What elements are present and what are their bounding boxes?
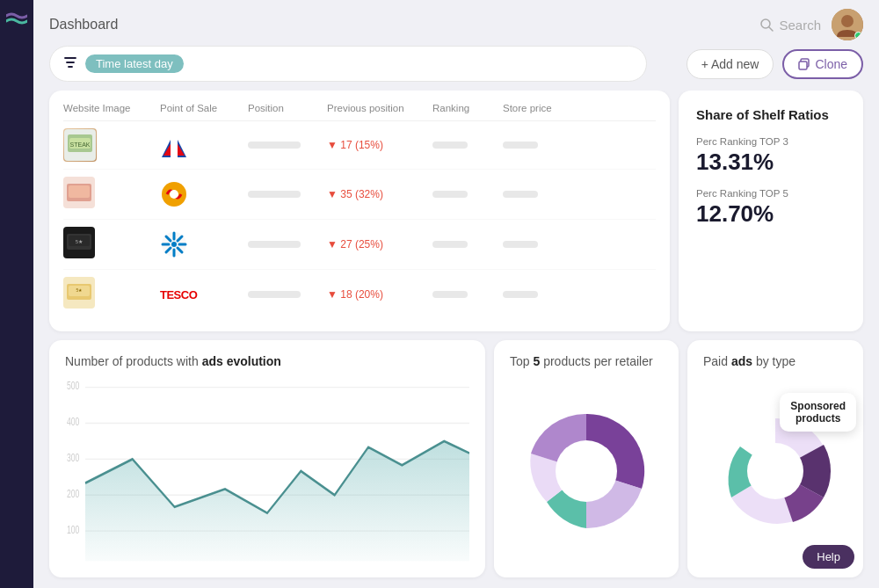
ads-chart: 500 400 300 200 100	[65, 375, 469, 567]
prev-pos-4: ▼ 18 (20%)	[327, 288, 432, 301]
prev-change-1: ▼ 17 (15%)	[327, 139, 432, 151]
page-title: Dashboard	[49, 17, 118, 33]
help-button[interactable]: Help	[803, 545, 854, 569]
price-1	[503, 142, 573, 149]
ads-evolution-card: Number of products with ads evolution 50…	[49, 340, 485, 577]
paid-ads-bold: ads	[731, 354, 752, 368]
prev-pos-1: ▼ 17 (15%)	[327, 139, 432, 151]
ads-title-bold: ads evolution	[202, 354, 281, 368]
product-thumb-2	[63, 177, 95, 212]
ranking-2	[432, 191, 503, 198]
clone-button[interactable]: Clone	[782, 49, 863, 79]
svg-text:5★: 5★	[76, 239, 83, 244]
table-row: ▼ 35 (32%)	[63, 170, 656, 220]
col-ranking: Ranking	[432, 103, 503, 113]
svg-point-23	[171, 242, 177, 247]
top3-value: 13.31%	[696, 149, 846, 176]
table-card: Website Image Point of Sale Position Pre…	[49, 91, 670, 331]
svg-text:5★: 5★	[76, 287, 84, 293]
product-image-3: 5★	[63, 227, 160, 262]
table-row: 5★ TESCO ▼ 18 (20%)	[63, 270, 656, 319]
clone-label: Clone	[815, 57, 847, 71]
clone-icon	[798, 58, 810, 70]
prev-pos-3: ▼ 27 (25%)	[327, 238, 432, 250]
retailer-walmart	[160, 230, 248, 258]
shelf-title: Share of Shelf Ratios	[696, 106, 846, 124]
col-prev-position: Previous position	[327, 103, 432, 113]
table-header: Website Image Point of Sale Position Pre…	[63, 103, 656, 121]
sidebar-logo	[6, 12, 27, 33]
prev-change-4: ▼ 18 (20%)	[327, 288, 432, 301]
search-icon	[760, 18, 774, 32]
svg-rect-5	[799, 62, 807, 69]
col-position: Position	[248, 103, 327, 113]
svg-point-3	[841, 15, 854, 27]
svg-text:400: 400	[67, 416, 79, 428]
avatar-online-dot	[854, 32, 862, 40]
ranking-3	[432, 241, 503, 248]
position-3	[248, 241, 327, 248]
search-bar[interactable]: Search	[760, 18, 821, 33]
header: Dashboard Search	[33, 0, 879, 46]
header-right: Search	[760, 9, 863, 40]
top3-label: Perc Ranking TOP 3	[696, 136, 846, 147]
add-new-button[interactable]: + Add new	[686, 49, 774, 79]
svg-text:500: 500	[67, 380, 79, 392]
svg-text:200: 200	[67, 487, 79, 499]
svg-rect-12	[171, 133, 178, 157]
table-row: 5★	[63, 220, 656, 270]
top5-value: 12.70%	[696, 200, 846, 228]
svg-point-47	[747, 443, 803, 499]
position-4	[248, 291, 327, 298]
main-content: Dashboard Search	[33, 0, 879, 588]
paid-ads-post: by type	[752, 354, 795, 368]
svg-point-46	[556, 440, 617, 502]
prev-change-2: ▼ 35 (32%)	[327, 188, 432, 200]
sponsored-tooltip: Sponsoredproducts	[780, 393, 856, 432]
prev-change-3: ▼ 27 (25%)	[327, 238, 432, 250]
bottom-row: Number of products with ads evolution 50…	[49, 340, 863, 577]
sponsored-label: Sponsoredproducts	[790, 400, 846, 425]
ranking-4	[432, 291, 503, 298]
tesco-logo-text: TESCO	[160, 288, 197, 301]
retailer-intermarche	[160, 180, 248, 208]
avatar	[832, 9, 863, 40]
svg-point-17	[170, 190, 178, 199]
ranking-1	[432, 142, 503, 149]
position-2	[248, 191, 327, 198]
filter-bar: Time latest day + Add new Clone	[33, 46, 879, 91]
paid-ads-pre: Paid	[703, 354, 731, 368]
product-thumb-3: 5★	[63, 227, 95, 262]
top5-title: Top 5 products per retailer	[510, 354, 663, 368]
prev-pos-2: ▼ 35 (32%)	[327, 188, 432, 200]
product-image-1: STEAK	[63, 128, 160, 162]
top5-card: Top 5 products per retailer	[494, 340, 679, 577]
filter-tag[interactable]: Time latest day	[85, 54, 184, 73]
product-image-4: 5★	[63, 277, 160, 312]
content-grid: Website Image Point of Sale Position Pre…	[33, 91, 879, 588]
svg-text:STEAK: STEAK	[70, 142, 91, 148]
top-row: Website Image Point of Sale Position Pre…	[49, 91, 863, 331]
ads-title: Number of products with ads evolution	[65, 354, 469, 368]
top5-post: products per retailer	[540, 354, 652, 368]
filter-actions: + Add new Clone	[686, 49, 863, 79]
filter-input[interactable]: Time latest day	[49, 46, 647, 82]
product-image-2	[63, 177, 160, 212]
paid-ads-title: Paid ads by type	[703, 354, 847, 368]
table-row: STEAK	[63, 121, 656, 170]
price-2	[503, 191, 573, 198]
top5-pre: Top	[510, 354, 533, 368]
search-label: Search	[779, 18, 821, 33]
col-store-price: Store price	[503, 103, 573, 113]
price-4	[503, 291, 573, 298]
retailer-carrefour	[160, 131, 248, 159]
ads-title-pre: Number of products with	[65, 354, 202, 368]
product-thumb-4: 5★	[63, 277, 95, 312]
col-point-of-sale: Point of Sale	[160, 103, 248, 113]
retailer-tesco: TESCO	[160, 288, 248, 301]
svg-rect-15	[69, 185, 90, 198]
top5-label: Perc Ranking TOP 5	[696, 188, 846, 199]
sidebar	[0, 0, 33, 588]
position-1	[248, 142, 327, 149]
price-3	[503, 241, 573, 248]
